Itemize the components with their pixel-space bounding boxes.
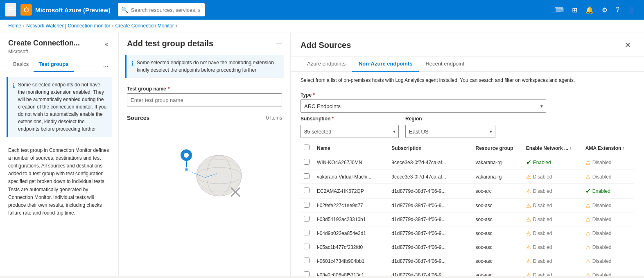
cell-ama-extension: ⚠ Disabled: [582, 170, 634, 184]
cell-name: i-05ac1b477cf232fd0: [314, 240, 388, 254]
search-icon: 🔍: [121, 7, 128, 13]
account-button[interactable]: 👤: [624, 3, 639, 17]
region-label: Region: [405, 116, 495, 122]
cell-enable-network: ⚠ Disabled: [523, 254, 582, 268]
region-select[interactable]: East US: [405, 125, 495, 138]
cell-ama-extension: ⚠ Disabled: [582, 240, 634, 254]
cell-enable-network: ⚠ Disabled: [523, 268, 582, 276]
ama-status-warn: ⚠ Disabled: [585, 258, 631, 264]
test-group-name-input[interactable]: [127, 93, 282, 106]
cell-resource-group: soc-arc: [472, 184, 523, 199]
middle-more-button[interactable]: ···: [276, 39, 282, 48]
breadcrumb-create-monitor[interactable]: Create Connection Monitor: [115, 23, 174, 29]
cell-subscription: d1d8779d-38d7-4f06-9...: [388, 254, 472, 268]
svg-point-1: [184, 153, 189, 158]
panel-description: Select from a list of on-premises hosts …: [291, 72, 644, 89]
cell-enable-network: ⚠ Disabled: [523, 199, 582, 212]
tab-recent-endpoint[interactable]: Recent endpoint: [419, 57, 471, 72]
cell-subscription: d1d8779d-38d7-4f06-9...: [388, 268, 472, 276]
row-checkbox[interactable]: [304, 202, 310, 208]
info-icon: ℹ: [13, 81, 15, 133]
warn-icon: ⚠: [526, 272, 531, 276]
close-button[interactable]: ✕: [621, 39, 634, 51]
topbar: ☰ ⬡ Microsoft Azure (Preview) 🔍 ⌨ ⊞ 🔔 ⚙ …: [0, 0, 644, 20]
cell-ama-extension: ⚠ Disabled: [582, 268, 634, 276]
breadcrumb-home[interactable]: Home: [8, 23, 21, 29]
row-checkbox[interactable]: [304, 244, 310, 249]
warn-icon: ⚠: [526, 202, 531, 209]
settings-button[interactable]: ⚙: [599, 3, 611, 17]
breadcrumb-network-watcher[interactable]: Network Watcher | Connection monitor: [26, 23, 110, 29]
ama-warn-icon: ⚠: [585, 174, 591, 180]
status-warn: ⚠ Disabled: [526, 258, 579, 264]
ama-status-warn: ⚠ Disabled: [585, 230, 631, 237]
row-checkbox[interactable]: [304, 173, 310, 179]
type-required-marker: *: [313, 92, 315, 98]
panel-tabs: Azure endpoints Non-Azure endpoints Rece…: [291, 57, 644, 72]
cloud-shell-button[interactable]: ⌨: [551, 3, 567, 17]
status-warn: ⚠ Disabled: [526, 272, 579, 276]
hamburger-button[interactable]: ☰: [5, 3, 16, 17]
empty-state: [119, 124, 290, 223]
row-checkbox[interactable]: [304, 159, 310, 165]
middle-warning-banner: ℹ Some selected endpoints do not have th…: [125, 55, 284, 78]
ama-warn-icon: ⚠: [585, 244, 591, 251]
svg-point-4: [197, 155, 242, 196]
region-filter-group: Region East US ▼: [405, 116, 495, 138]
test-group-name-label: Test group name *: [127, 86, 282, 92]
portal-button[interactable]: ⊞: [569, 3, 581, 17]
tab-non-azure-endpoints[interactable]: Non-Azure endpoints: [352, 57, 419, 72]
subscription-sort: Subscription: [391, 145, 421, 151]
sidebar-tab-test-groups[interactable]: Test groups: [34, 58, 73, 72]
globe-illustration: [164, 141, 246, 206]
cell-ama-extension: ⚠ Disabled: [582, 199, 634, 212]
th-ama-extension: AMA Extension ↕: [582, 141, 634, 155]
type-select[interactable]: ARC Endpoints Log Analytics Workspace: [301, 99, 546, 113]
sidebar-collapse-button[interactable]: «: [103, 39, 110, 50]
table-body: WIN-KO4A267J0MN9cece3e3-0f7d-47ca-af...v…: [301, 155, 634, 276]
required-marker: *: [168, 86, 170, 92]
sidebar-tab-more-button[interactable]: ...: [102, 58, 110, 72]
azure-logo-icon: ⬡: [20, 4, 32, 16]
add-sources-panel: Add Sources ✕ Azure endpoints Non-Azure …: [291, 32, 644, 276]
row-checkbox[interactable]: [304, 230, 310, 235]
warn-icon: ⚠: [526, 174, 531, 180]
search-input[interactable]: [118, 3, 205, 16]
sidebar-tab-basics[interactable]: Basics: [8, 58, 34, 72]
th-name: Name: [314, 141, 388, 155]
table-row: i-02fefe227c1ee9d77d1d8779d-38d7-4f06-9.…: [301, 199, 634, 212]
ama-status-warn: ⚠ Disabled: [585, 202, 631, 209]
panel-title: Add Sources: [301, 41, 351, 50]
cell-ama-extension: ⚠ Disabled: [582, 254, 634, 268]
row-checkbox[interactable]: [304, 216, 310, 221]
globe-svg: [164, 149, 246, 198]
cell-ama-extension: ✔ Enabled: [582, 184, 634, 199]
row-checkbox[interactable]: [304, 188, 310, 193]
cell-name: WIN-KO4A267J0MN: [314, 155, 388, 170]
cell-subscription: d1d8779d-38d7-4f06-9...: [388, 184, 472, 199]
select-all-checkbox[interactable]: [304, 145, 310, 150]
help-button[interactable]: ?: [612, 3, 623, 17]
ama-status-enabled: ✔ Enabled: [585, 187, 631, 195]
row-checkbox[interactable]: [304, 271, 310, 276]
cell-resource-group: soc-asc: [472, 226, 523, 240]
row-checkbox[interactable]: [304, 258, 310, 263]
cell-enable-network: ⚠ Disabled: [523, 184, 582, 199]
sidebar-subtitle: Microsoft: [8, 49, 80, 54]
notifications-button[interactable]: 🔔: [582, 3, 597, 17]
ama-sort[interactable]: AMA Extension ↕: [585, 145, 625, 151]
middle-title: Add test group details: [127, 39, 213, 48]
breadcrumb-sep-2: ›: [112, 23, 113, 29]
ama-enabled-icon: ✔: [585, 187, 591, 195]
sidebar-info-box: ℹ Some selected endpoints do not have th…: [7, 77, 112, 137]
breadcrumb: Home › Network Watcher | Connection moni…: [0, 20, 644, 32]
subscription-select[interactable]: 85 selected: [301, 125, 399, 138]
net-sort[interactable]: Enable Network ... ↕: [526, 145, 572, 151]
type-filter-label: Type *: [301, 92, 546, 98]
sub-region-row: Subscription * 85 selected ▼ Region East…: [291, 116, 644, 141]
status-warn: ⚠ Disabled: [526, 174, 579, 180]
th-subscription: Subscription: [388, 141, 472, 155]
warn-icon: ⚠: [526, 188, 531, 194]
tab-azure-endpoints[interactable]: Azure endpoints: [301, 57, 352, 72]
status-warn: ⚠ Disabled: [526, 202, 579, 209]
